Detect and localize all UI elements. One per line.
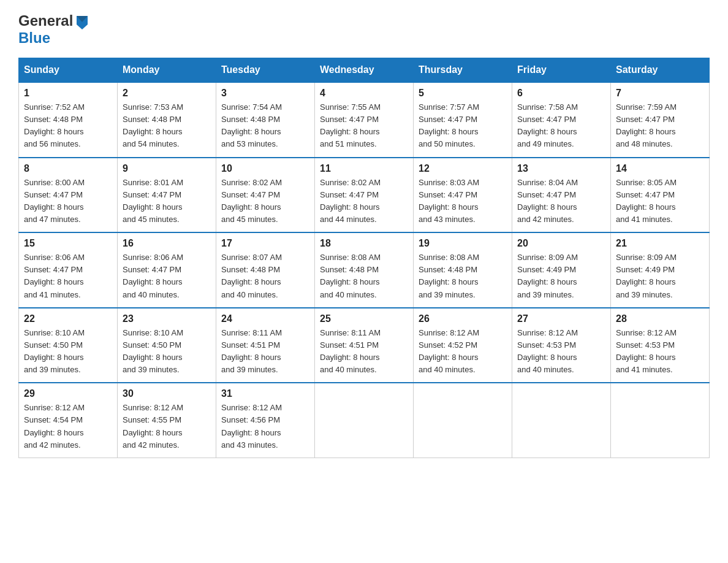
calendar-cell: 11Sunrise: 8:02 AMSunset: 4:47 PMDayligh… xyxy=(315,158,414,233)
calendar-cell: 6Sunrise: 7:58 AMSunset: 4:47 PMDaylight… xyxy=(512,82,611,158)
day-info: Sunrise: 8:12 AMSunset: 4:53 PMDaylight:… xyxy=(616,327,704,377)
calendar-cell: 13Sunrise: 8:04 AMSunset: 4:47 PMDayligh… xyxy=(512,158,611,233)
day-info: Sunrise: 7:54 AMSunset: 4:48 PMDaylight:… xyxy=(221,101,309,151)
day-number: 17 xyxy=(221,238,309,249)
day-number: 13 xyxy=(517,163,605,174)
calendar-cell: 15Sunrise: 8:06 AMSunset: 4:47 PMDayligh… xyxy=(19,232,118,308)
day-info: Sunrise: 7:52 AMSunset: 4:48 PMDaylight:… xyxy=(24,101,112,151)
calendar-cell xyxy=(315,383,414,458)
calendar-cell xyxy=(611,383,710,458)
day-number: 30 xyxy=(123,388,211,399)
dow-header-friday: Friday xyxy=(512,58,611,83)
calendar-cell: 4Sunrise: 7:55 AMSunset: 4:47 PMDaylight… xyxy=(315,82,414,158)
day-info: Sunrise: 8:08 AMSunset: 4:48 PMDaylight:… xyxy=(320,251,408,301)
day-number: 9 xyxy=(123,163,211,174)
day-number: 27 xyxy=(517,313,605,324)
day-info: Sunrise: 8:11 AMSunset: 4:51 PMDaylight:… xyxy=(221,327,309,377)
calendar-cell xyxy=(414,383,512,458)
week-row-1: 1Sunrise: 7:52 AMSunset: 4:48 PMDaylight… xyxy=(19,82,710,158)
calendar-cell: 7Sunrise: 7:59 AMSunset: 4:47 PMDaylight… xyxy=(611,82,710,158)
calendar-cell: 16Sunrise: 8:06 AMSunset: 4:47 PMDayligh… xyxy=(118,232,216,308)
day-info: Sunrise: 8:11 AMSunset: 4:51 PMDaylight:… xyxy=(320,327,408,377)
logo: General Blue xyxy=(18,12,90,47)
day-number: 25 xyxy=(320,313,408,324)
day-info: Sunrise: 7:58 AMSunset: 4:47 PMDaylight:… xyxy=(517,101,605,151)
day-number: 29 xyxy=(24,388,112,399)
calendar-cell: 25Sunrise: 8:11 AMSunset: 4:51 PMDayligh… xyxy=(315,308,414,383)
calendar-cell: 30Sunrise: 8:12 AMSunset: 4:55 PMDayligh… xyxy=(118,383,216,458)
calendar-body: 1Sunrise: 7:52 AMSunset: 4:48 PMDaylight… xyxy=(19,82,710,458)
dow-header-saturday: Saturday xyxy=(611,58,710,83)
day-number: 19 xyxy=(419,238,507,249)
calendar-cell: 20Sunrise: 8:09 AMSunset: 4:49 PMDayligh… xyxy=(512,232,611,308)
calendar-cell: 28Sunrise: 8:12 AMSunset: 4:53 PMDayligh… xyxy=(611,308,710,383)
calendar-cell: 27Sunrise: 8:12 AMSunset: 4:53 PMDayligh… xyxy=(512,308,611,383)
dow-header-sunday: Sunday xyxy=(19,58,118,83)
dow-header-wednesday: Wednesday xyxy=(315,58,414,83)
calendar-cell: 1Sunrise: 7:52 AMSunset: 4:48 PMDaylight… xyxy=(19,82,118,158)
calendar-cell: 26Sunrise: 8:12 AMSunset: 4:52 PMDayligh… xyxy=(414,308,512,383)
day-number: 21 xyxy=(616,238,704,249)
day-info: Sunrise: 8:07 AMSunset: 4:48 PMDaylight:… xyxy=(221,251,309,301)
day-info: Sunrise: 8:02 AMSunset: 4:47 PMDaylight:… xyxy=(320,177,408,226)
day-number: 8 xyxy=(24,163,112,174)
day-info: Sunrise: 8:00 AMSunset: 4:47 PMDaylight:… xyxy=(24,177,112,226)
calendar-cell: 24Sunrise: 8:11 AMSunset: 4:51 PMDayligh… xyxy=(216,308,315,383)
day-info: Sunrise: 8:05 AMSunset: 4:47 PMDaylight:… xyxy=(616,177,704,226)
logo-arrow-icon xyxy=(74,13,90,29)
day-info: Sunrise: 8:12 AMSunset: 4:52 PMDaylight:… xyxy=(419,327,507,377)
day-number: 11 xyxy=(320,163,408,174)
day-info: Sunrise: 8:09 AMSunset: 4:49 PMDaylight:… xyxy=(616,251,704,301)
day-number: 2 xyxy=(123,88,211,99)
dow-header-tuesday: Tuesday xyxy=(216,58,315,83)
day-info: Sunrise: 8:06 AMSunset: 4:47 PMDaylight:… xyxy=(24,251,112,301)
calendar-table: SundayMondayTuesdayWednesdayThursdayFrid… xyxy=(18,58,710,458)
week-row-4: 22Sunrise: 8:10 AMSunset: 4:50 PMDayligh… xyxy=(19,308,710,383)
day-info: Sunrise: 8:12 AMSunset: 4:53 PMDaylight:… xyxy=(517,327,605,377)
week-row-5: 29Sunrise: 8:12 AMSunset: 4:54 PMDayligh… xyxy=(19,383,710,458)
day-number: 10 xyxy=(221,163,309,174)
day-number: 28 xyxy=(616,313,704,324)
day-number: 26 xyxy=(419,313,507,324)
logo-blue-text: Blue xyxy=(18,29,50,46)
day-number: 12 xyxy=(419,163,507,174)
day-number: 16 xyxy=(123,238,211,249)
day-info: Sunrise: 7:57 AMSunset: 4:47 PMDaylight:… xyxy=(419,101,507,151)
calendar-cell: 29Sunrise: 8:12 AMSunset: 4:54 PMDayligh… xyxy=(19,383,118,458)
dow-header-monday: Monday xyxy=(118,58,216,83)
day-number: 18 xyxy=(320,238,408,249)
days-of-week-row: SundayMondayTuesdayWednesdayThursdayFrid… xyxy=(19,58,710,83)
calendar-cell: 3Sunrise: 7:54 AMSunset: 4:48 PMDaylight… xyxy=(216,82,315,158)
day-number: 4 xyxy=(320,88,408,99)
day-number: 31 xyxy=(221,388,309,399)
day-info: Sunrise: 8:03 AMSunset: 4:47 PMDaylight:… xyxy=(419,177,507,226)
day-info: Sunrise: 8:12 AMSunset: 4:55 PMDaylight:… xyxy=(123,402,211,451)
day-info: Sunrise: 8:08 AMSunset: 4:48 PMDaylight:… xyxy=(419,251,507,301)
calendar-cell: 19Sunrise: 8:08 AMSunset: 4:48 PMDayligh… xyxy=(414,232,512,308)
day-info: Sunrise: 8:12 AMSunset: 4:56 PMDaylight:… xyxy=(221,402,309,451)
calendar-cell: 22Sunrise: 8:10 AMSunset: 4:50 PMDayligh… xyxy=(19,308,118,383)
day-number: 23 xyxy=(123,313,211,324)
day-number: 1 xyxy=(24,88,112,99)
day-info: Sunrise: 8:10 AMSunset: 4:50 PMDaylight:… xyxy=(24,327,112,377)
day-number: 15 xyxy=(24,238,112,249)
day-number: 14 xyxy=(616,163,704,174)
calendar-cell: 23Sunrise: 8:10 AMSunset: 4:50 PMDayligh… xyxy=(118,308,216,383)
day-info: Sunrise: 8:10 AMSunset: 4:50 PMDaylight:… xyxy=(123,327,211,377)
calendar-cell: 8Sunrise: 8:00 AMSunset: 4:47 PMDaylight… xyxy=(19,158,118,233)
calendar-cell: 31Sunrise: 8:12 AMSunset: 4:56 PMDayligh… xyxy=(216,383,315,458)
calendar-cell: 5Sunrise: 7:57 AMSunset: 4:47 PMDaylight… xyxy=(414,82,512,158)
calendar-cell: 10Sunrise: 8:02 AMSunset: 4:47 PMDayligh… xyxy=(216,158,315,233)
day-info: Sunrise: 8:02 AMSunset: 4:47 PMDaylight:… xyxy=(221,177,309,226)
day-number: 22 xyxy=(24,313,112,324)
day-info: Sunrise: 8:01 AMSunset: 4:47 PMDaylight:… xyxy=(123,177,211,226)
day-info: Sunrise: 8:09 AMSunset: 4:49 PMDaylight:… xyxy=(517,251,605,301)
week-row-3: 15Sunrise: 8:06 AMSunset: 4:47 PMDayligh… xyxy=(19,232,710,308)
day-info: Sunrise: 8:12 AMSunset: 4:54 PMDaylight:… xyxy=(24,402,112,451)
calendar-cell: 18Sunrise: 8:08 AMSunset: 4:48 PMDayligh… xyxy=(315,232,414,308)
page-header: General Blue xyxy=(18,12,710,47)
calendar-cell: 21Sunrise: 8:09 AMSunset: 4:49 PMDayligh… xyxy=(611,232,710,308)
calendar-cell: 17Sunrise: 8:07 AMSunset: 4:48 PMDayligh… xyxy=(216,232,315,308)
logo-general-text: General xyxy=(18,12,73,29)
calendar-cell: 14Sunrise: 8:05 AMSunset: 4:47 PMDayligh… xyxy=(611,158,710,233)
